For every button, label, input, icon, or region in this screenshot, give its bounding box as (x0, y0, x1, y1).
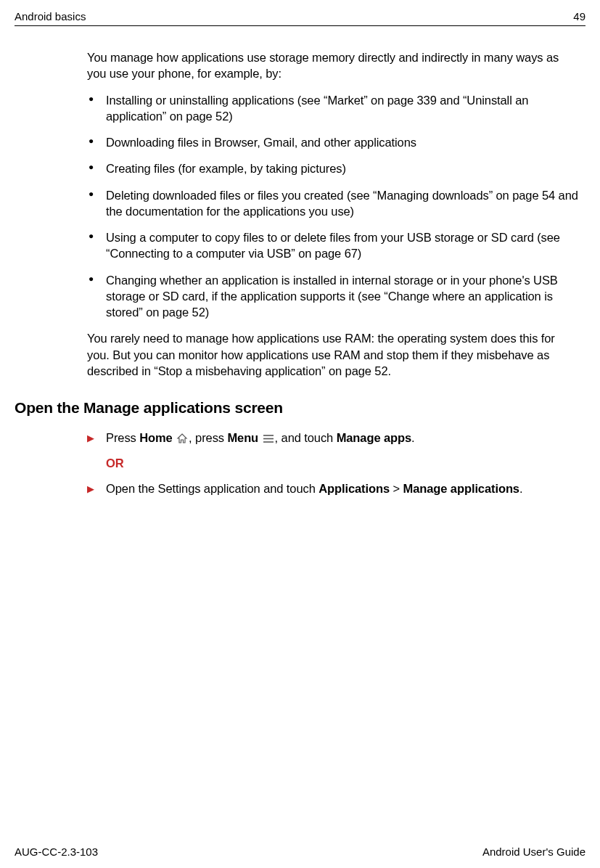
section-heading: Open the Manage applications screen (15, 399, 578, 417)
step-item: ▶ Open the Settings application and touc… (87, 480, 578, 497)
bullet-list: Installing or uninstalling applications … (87, 92, 578, 321)
intro-paragraph: You manage how applications use storage … (87, 49, 578, 82)
or-separator: OR (106, 455, 578, 472)
triangle-bullet-icon: ▶ (87, 432, 94, 445)
main-content: You manage how applications use storage … (15, 49, 585, 498)
closing-paragraph: You rarely need to manage how applicatio… (87, 330, 578, 379)
home-label: Home (139, 431, 172, 444)
list-item: Using a computer to copy files to or del… (87, 229, 578, 262)
footer-doc-id: AUG-CC-2.3-103 (15, 846, 98, 858)
list-item: Installing or uninstalling applications … (87, 92, 578, 125)
header-left: Android basics (15, 10, 86, 22)
menu-label: Menu (227, 431, 258, 444)
text-fragment: , and touch (275, 431, 337, 444)
text-fragment: Open the Settings application and touch (106, 482, 319, 495)
applications-label: Applications (319, 482, 390, 495)
text-fragment: > (390, 482, 403, 495)
manage-apps-label: Manage apps (337, 431, 411, 444)
list-item: Deleting downloaded files or files you c… (87, 187, 578, 220)
list-item: Changing whether an application is insta… (87, 272, 578, 321)
triangle-bullet-icon: ▶ (87, 483, 94, 496)
header-page-number: 49 (573, 10, 585, 22)
list-item: Downloading files in Browser, Gmail, and… (87, 134, 578, 150)
text-fragment: . (519, 482, 522, 495)
list-item: Creating files (for example, by taking p… (87, 160, 578, 176)
step-item: ▶ Press Home , press Menu , and touch Ma… (87, 430, 578, 472)
menu-icon (263, 431, 274, 448)
page-header: Android basics 49 (15, 10, 585, 26)
page-footer: AUG-CC-2.3-103 Android User's Guide (15, 846, 585, 858)
text-fragment: , press (189, 431, 227, 444)
home-icon (176, 431, 188, 448)
manage-applications-label: Manage applications (403, 482, 519, 495)
text-fragment: Press (106, 431, 139, 444)
step-text: Press Home , press Menu , and touch Mana… (106, 431, 415, 444)
footer-guide-title: Android User's Guide (482, 846, 585, 858)
step-text: Open the Settings application and touch … (106, 482, 522, 495)
text-fragment: . (411, 431, 414, 444)
steps-list: ▶ Press Home , press Menu , and touch Ma… (87, 430, 578, 497)
